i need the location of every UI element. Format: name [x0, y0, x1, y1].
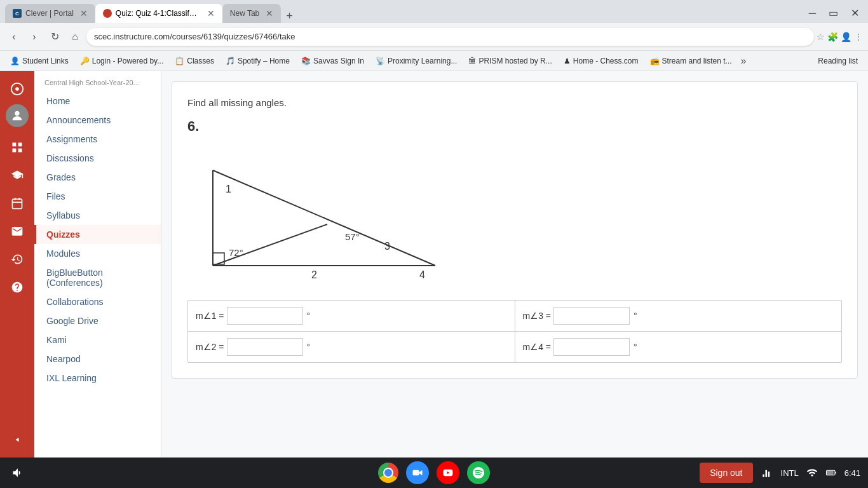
minimize-button[interactable]: ─: [805, 6, 820, 20]
home-button[interactable]: ⌂: [66, 28, 84, 46]
angle1-label: m∠1 =: [196, 311, 224, 321]
new-tab-button[interactable]: +: [281, 10, 298, 23]
sidebar-link-files[interactable]: Files: [34, 187, 161, 206]
bookmark-star[interactable]: ☆: [817, 32, 825, 42]
bookmark-spotify[interactable]: 🎵 Spotify – Home: [220, 55, 295, 67]
taskbar-volume-icon[interactable]: [8, 463, 28, 483]
savvas-icon: 📚: [301, 57, 311, 65]
maximize-button[interactable]: ▭: [825, 6, 842, 20]
angle3-input[interactable]: [553, 307, 630, 325]
sidebar-link-collaborations[interactable]: Collaborations: [34, 292, 161, 311]
tab-newtab[interactable]: New Tab ✕: [222, 4, 281, 23]
history-icon[interactable]: [4, 247, 30, 272]
menu-icon[interactable]: ⋮: [854, 32, 863, 42]
spotify-taskbar-icon[interactable]: [467, 461, 490, 484]
zoom-icon[interactable]: [406, 461, 429, 484]
courses-icon[interactable]: [4, 163, 30, 188]
reload-button[interactable]: ↻: [46, 28, 64, 46]
tab-newtab-close[interactable]: ✕: [266, 8, 273, 18]
answer-cell-3: m∠3 = °: [515, 301, 842, 331]
svg-rect-16: [413, 470, 419, 475]
taskbar-settings-icon[interactable]: [761, 466, 773, 479]
chrome-icon[interactable]: [378, 463, 398, 483]
angle2-label: m∠2 =: [196, 342, 224, 352]
bookmark-classes[interactable]: 📋 Classes: [170, 55, 219, 67]
address-input[interactable]: [86, 28, 814, 46]
diagram-container: 1 72° 2 57° 3: [187, 145, 842, 285]
angle2-input[interactable]: [227, 338, 303, 356]
bookmark-student-links[interactable]: 👤 Student Links: [5, 55, 74, 67]
taskbar-intl[interactable]: INTL: [781, 468, 799, 478]
tab-bar: C Clever | Portal ✕ Quiz: Quiz 4-1:Class…: [0, 0, 868, 23]
youtube-icon[interactable]: [437, 461, 459, 484]
icon-nav: [0, 71, 34, 458]
clever-favicon: C: [13, 9, 22, 18]
back-button[interactable]: ‹: [5, 28, 23, 46]
stream-icon: 📻: [650, 57, 660, 65]
sidebar-link-quizzes[interactable]: Quizzes: [34, 225, 161, 244]
sidebar-link-announcements[interactable]: Announcements: [34, 111, 161, 130]
angle1-input[interactable]: [227, 307, 303, 325]
sidebar-link-home[interactable]: Home: [34, 92, 161, 111]
taskbar-center: [378, 461, 490, 484]
tab-clever[interactable]: C Clever | Portal ✕: [5, 4, 95, 23]
angle4-degree: °: [634, 342, 637, 352]
tab-clever-label: Clever | Portal: [25, 9, 74, 18]
sidebar-link-modules[interactable]: Modules: [34, 244, 161, 263]
bookmarks-more[interactable]: »: [741, 55, 747, 67]
answer-row-2-4: m∠2 = ° m∠4 = °: [188, 332, 841, 362]
svg-rect-7: [13, 199, 22, 208]
bookmark-savvas-label: Savvas Sign In: [313, 57, 364, 65]
bookmark-savvas[interactable]: 📚 Savvas Sign In: [296, 55, 369, 67]
bookmark-stream[interactable]: 📻 Stream and listen t...: [645, 55, 737, 67]
collapse-nav-icon[interactable]: [4, 427, 30, 452]
tab-quiz-close[interactable]: ✕: [207, 8, 215, 18]
help-icon[interactable]: [4, 274, 30, 300]
bookmark-prism[interactable]: 🏛 PRISM hosted by R...: [463, 55, 557, 67]
sidebar-link-grades[interactable]: Grades: [34, 168, 161, 187]
close-button[interactable]: ✕: [847, 6, 863, 20]
angle1-degree: °: [307, 311, 311, 321]
bookmark-stream-label: Stream and listen t...: [662, 57, 732, 65]
quiz-container: Find all missing angles. 6.: [172, 81, 858, 379]
profile-nav[interactable]: [6, 104, 29, 127]
proximity-icon: 📡: [376, 57, 385, 65]
sign-out-button[interactable]: Sign out: [700, 463, 752, 483]
reading-list[interactable]: Reading list: [813, 55, 863, 67]
svg-point-1: [15, 87, 19, 91]
sidebar-link-bigbluebutton[interactable]: BigBlueButton (Conferences): [34, 263, 161, 292]
angle4-input[interactable]: [553, 338, 630, 356]
bookmark-chess[interactable]: ♟ Home - Chess.com: [559, 55, 644, 67]
svg-rect-5: [13, 149, 17, 152]
profile-icon[interactable]: 👤: [841, 32, 851, 42]
extension-icon[interactable]: 🧩: [827, 32, 838, 42]
svg-rect-3: [13, 143, 17, 147]
bookmark-spotify-label: Spotify – Home: [238, 57, 290, 65]
bookmark-login[interactable]: 🔑 Login - Powered by...: [75, 55, 169, 67]
sidebar-link-discussions[interactable]: Discussions: [34, 149, 161, 168]
svg-line-14: [213, 170, 435, 266]
answer-cell-4: m∠4 = °: [515, 332, 842, 362]
bookmark-proximity-label: Proximity Learning...: [388, 57, 457, 65]
dashboard-icon[interactable]: [4, 135, 30, 160]
bookmark-student-links-label: Student Links: [22, 57, 69, 65]
sidebar-link-kami[interactable]: Kami: [34, 330, 161, 349]
intl-label: INTL: [781, 468, 799, 478]
inbox-icon[interactable]: [4, 219, 30, 244]
calendar-icon[interactable]: [4, 191, 30, 216]
tab-clever-close[interactable]: ✕: [80, 8, 88, 18]
tab-quiz[interactable]: Quiz: Quiz 4-1:Classify and Solv... ✕: [95, 4, 222, 23]
sidebar-link-ixl[interactable]: IXL Learning: [34, 369, 161, 388]
bookmark-proximity[interactable]: 📡 Proximity Learning...: [370, 55, 462, 67]
forward-button[interactable]: ›: [25, 28, 43, 46]
main-area: Central High School-Year-20... Home Anno…: [0, 71, 868, 458]
sidebar-link-assignments[interactable]: Assignments: [34, 130, 161, 149]
svg-rect-4: [18, 143, 22, 147]
sidebar-link-syllabus[interactable]: Syllabus: [34, 206, 161, 225]
sidebar: Central High School-Year-20... Home Anno…: [34, 71, 161, 458]
sidebar-link-google-drive[interactable]: Google Drive: [34, 311, 161, 330]
spotify-bm-icon: 🎵: [226, 57, 235, 65]
sidebar-link-nearpod[interactable]: Nearpod: [34, 349, 161, 369]
svg-rect-18: [835, 472, 836, 474]
canvas-logo[interactable]: [4, 76, 30, 102]
